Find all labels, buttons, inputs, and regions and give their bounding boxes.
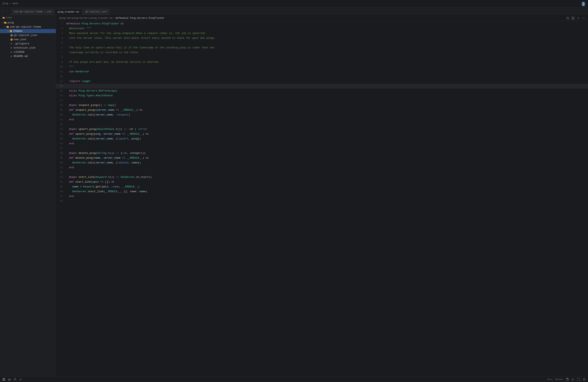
code-line-8: 8 xyxy=(56,55,588,60)
expand-icon[interactable] xyxy=(577,378,580,381)
line-content-20: GenServer.call(server_name, :inspect) xyxy=(66,113,588,117)
line-content-10: """ xyxy=(66,65,588,69)
line-content-23: @spec upsert_ping(HealthCheck.t()) :: :o… xyxy=(66,127,588,132)
tab-zsh[interactable]: zed-gh-copilot-theme — zsh xyxy=(11,9,54,15)
line-number-7: 7 xyxy=(56,50,66,55)
code-line-28: 28 @spec delete_ping(String.t()) :: {:ok… xyxy=(56,151,588,156)
indent-icon[interactable] xyxy=(572,378,574,381)
code-line-24: 24 def upsert_ping(ping, server_name \\ … xyxy=(56,132,588,136)
breadcrumb-file: ping/lib/ping/servers/ping_tracker.ex xyxy=(59,17,112,19)
people-icon[interactable] xyxy=(14,378,16,381)
tab-zsh-label: zed-gh-copilot-theme — zsh xyxy=(14,10,51,13)
code-editor[interactable]: 1defmodule Ping.Servers.PingTracker do2 … xyxy=(56,21,588,376)
check-icon[interactable] xyxy=(19,378,22,381)
code-line-2: 2 @moduledoc """ xyxy=(56,26,588,31)
folder-ping-icon xyxy=(4,21,7,24)
svg-point-3 xyxy=(567,17,568,19)
sidebar-item-themes[interactable]: ▾ themes xyxy=(0,29,56,33)
svg-rect-20 xyxy=(567,378,568,379)
statusbar: 14:1 Elixir xyxy=(0,376,588,382)
line-content-9: If any pings are past due, an external s… xyxy=(66,60,588,64)
search-icon[interactable] xyxy=(567,17,569,19)
line-content-30: GenServer.call(server_name, {:delete, na… xyxy=(66,161,588,165)
code-line-1: 1defmodule Ping.Servers.PingTracker do xyxy=(56,21,588,26)
nav-back-button[interactable]: ← xyxy=(1,9,5,13)
line-content-6: The only time an upsert would fail is if… xyxy=(66,46,588,50)
line-number-25: 25 xyxy=(56,137,66,141)
svg-rect-11 xyxy=(3,378,4,379)
svg-point-1 xyxy=(583,2,584,4)
line-number-34: 34 xyxy=(56,180,66,184)
svg-point-10 xyxy=(584,18,585,18)
line-number-23: 23 xyxy=(56,127,66,132)
list-icon[interactable] xyxy=(8,378,11,381)
line-number-33: 33 xyxy=(56,175,66,179)
user-avatar-icon[interactable] xyxy=(581,1,586,6)
line-content-11: use GenServer xyxy=(66,70,588,74)
line-content-16: alias Ping.Types.HealthCheck xyxy=(66,94,588,98)
code-line-9: 9 If any pings are past due, an external… xyxy=(56,60,588,65)
code-line-31: 31 end xyxy=(56,165,588,170)
code-line-23: 23 @spec upsert_ping(HealthCheck.t()) ::… xyxy=(56,127,588,132)
bell-icon[interactable] xyxy=(583,378,586,381)
code-line-34: 34 def start_link(opts \\ []) do xyxy=(56,180,588,184)
sidebar-item-extension-json-label: extension.json xyxy=(14,46,36,49)
grid-icon[interactable] xyxy=(2,378,5,381)
line-number-16: 16 xyxy=(56,94,66,98)
sidebar-item-ping[interactable]: ▾ ping xyxy=(0,20,56,25)
svg-rect-5 xyxy=(572,17,573,19)
sidebar-item-new-json[interactable]: new.json xyxy=(0,37,56,41)
svg-point-18 xyxy=(14,378,16,379)
breadcrumb-symbol: defmodule Ping.Servers.PingTracker xyxy=(116,17,165,19)
line-number-26: 26 xyxy=(56,141,66,146)
tab-ping-tracker[interactable]: ping_tracker.ex xyxy=(55,9,82,15)
line-number-22: 22 xyxy=(56,122,66,127)
titlebar: ping — main xyxy=(0,0,588,7)
svg-rect-13 xyxy=(3,380,4,381)
line-number-4: 4 xyxy=(56,36,66,40)
sidebar-header: ping xyxy=(0,15,56,20)
svg-point-8 xyxy=(582,18,583,18)
code-line-27: 27 xyxy=(56,146,588,151)
tab-gh-copilot[interactable]: gh-copilot.json xyxy=(83,9,110,15)
sidebar-item-gitignore[interactable]: ≡ .gitignore xyxy=(0,41,56,46)
sidebar-item-themes-label: themes xyxy=(13,30,22,33)
line-number-21: 21 xyxy=(56,117,66,122)
sidebar-item-extension-json[interactable]: ≡ extension.json xyxy=(0,46,56,50)
save-status-icon[interactable] xyxy=(566,378,569,381)
sidebar-item-gitignore-label: .gitignore xyxy=(14,42,29,45)
line-number-38: 38 xyxy=(56,199,66,203)
line-content-26: end xyxy=(66,141,588,146)
line-number-28: 28 xyxy=(56,151,66,155)
layout-icon[interactable] xyxy=(572,17,574,19)
tab-gh-copilot-label: gh-copilot.json xyxy=(85,10,107,13)
sidebar-item-license[interactable]: ≡ LICENSE xyxy=(0,50,56,54)
line-content-7: timestamp currently in recorded in the s… xyxy=(66,50,588,55)
line-content-28: @spec delete_ping(String.t()) :: {:ok, i… xyxy=(66,151,588,155)
line-content-4: into the server state. This server also … xyxy=(66,36,588,40)
code-line-12: 12 xyxy=(56,74,588,79)
code-line-19: 19 def inspect_pings(server_name \\ __MO… xyxy=(56,108,588,113)
line-number-14: 14 xyxy=(56,84,66,88)
folder-root-icon xyxy=(2,17,5,19)
tab-ping-tracker-label: ping_tracker.ex xyxy=(58,11,79,13)
cursor-icon[interactable] xyxy=(577,17,580,19)
line-number-1: 1 xyxy=(56,21,66,26)
nav-forward-button[interactable]: → xyxy=(5,9,8,13)
line-number-32: 32 xyxy=(56,170,66,175)
line-number-24: 24 xyxy=(56,132,66,136)
line-number-31: 31 xyxy=(56,165,66,170)
sidebar-item-readme-label: README.md xyxy=(14,55,28,58)
more-icon[interactable] xyxy=(582,17,585,19)
line-content-35: name = Keyword.get(opts, :name, __MODULE… xyxy=(66,185,588,189)
sidebar-item-zed-theme[interactable]: ▾ zed-gh-copilot-theme xyxy=(0,25,56,29)
sidebar-item-gh-copilot-json-label: gh-copilot.json xyxy=(14,34,37,37)
line-number-17: 17 xyxy=(56,98,66,103)
line-number-29: 29 xyxy=(56,156,66,160)
code-line-32: 32 xyxy=(56,170,588,175)
sidebar-item-readme[interactable]: ≡ README.md xyxy=(0,54,56,58)
collapse-icon2: ▾ xyxy=(4,26,5,28)
line-number-27: 27 xyxy=(56,146,66,151)
line-content-15: alias Ping.Servers.RefreshLogic xyxy=(66,89,588,93)
sidebar-item-gh-copilot-json[interactable]: gh-copilot.json xyxy=(0,33,56,37)
